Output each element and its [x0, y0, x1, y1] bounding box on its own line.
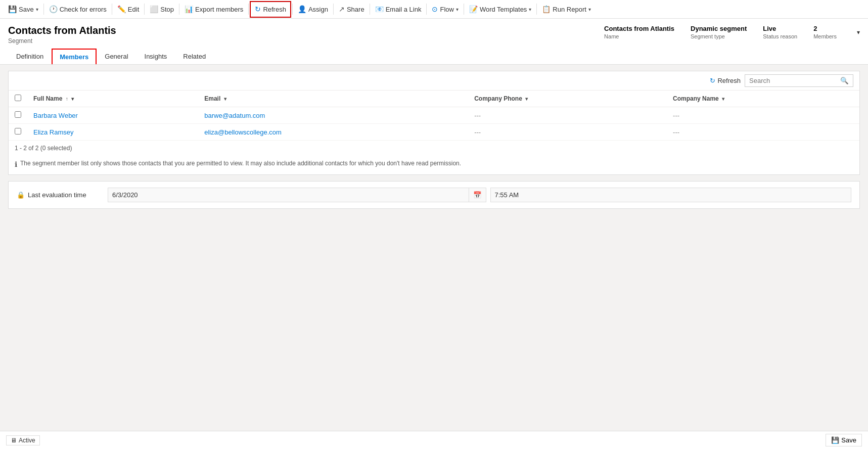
- row-checkbox-cell[interactable]: [9, 107, 27, 124]
- full-name-cell[interactable]: Eliza Ramsey: [27, 124, 198, 141]
- search-button[interactable]: 🔍: [836, 75, 853, 86]
- meta-segment-type: Dynamic segment Segment type: [691, 25, 747, 39]
- search-box: 🔍: [745, 74, 853, 87]
- edit-button[interactable]: ✏️ Edit: [113, 0, 143, 19]
- eval-row: 🔒 Last evaluation time 📅: [9, 182, 859, 208]
- refresh-icon: ↻: [255, 5, 261, 13]
- bottom-save-button[interactable]: 💾 Save: [826, 434, 862, 446]
- members-panel: ↻ Refresh 🔍 Full Name ↑: [8, 71, 860, 175]
- members-table: Full Name ↑ ▾ Email ▾ Company Phone ▾ Co…: [9, 91, 859, 141]
- tab-general[interactable]: General: [97, 49, 136, 64]
- records-info: 1 - 2 of 2 (0 selected): [9, 141, 859, 156]
- meta-name: Contacts from Atlantis Name: [604, 25, 674, 39]
- body-area: ↻ Refresh 🔍 Full Name ↑: [0, 65, 868, 431]
- email-cell[interactable]: barwe@adatum.com: [198, 107, 468, 124]
- col-company-phone[interactable]: Company Phone ▾: [468, 91, 667, 107]
- eval-date-input[interactable]: [108, 188, 469, 202]
- share-icon: ↗: [339, 5, 345, 13]
- export-members-button[interactable]: 📊 Export members: [180, 0, 247, 19]
- email-cell[interactable]: eliza@bellowscollege.com: [198, 124, 468, 141]
- save-dropdown-arrow[interactable]: ▾: [36, 7, 38, 12]
- check-errors-button[interactable]: 🕐 Check for errors: [45, 0, 111, 19]
- lock-icon: 🔒: [17, 191, 25, 199]
- tab-related[interactable]: Related: [175, 49, 214, 64]
- edit-icon: ✏️: [117, 5, 126, 13]
- word-templates-button[interactable]: 📝 Word Templates ▾: [465, 0, 535, 19]
- meta-name-value: Contacts from Atlantis: [604, 25, 674, 32]
- stop-button[interactable]: ⬜ Stop: [146, 0, 178, 19]
- panel-refresh-button[interactable]: ↻ Refresh: [706, 75, 745, 86]
- panel-toolbar: ↻ Refresh 🔍: [9, 71, 859, 91]
- stop-icon: ⬜: [150, 5, 158, 13]
- refresh-button[interactable]: ↻ Refresh: [250, 1, 291, 18]
- full-name-cell[interactable]: Barbara Weber: [27, 107, 198, 124]
- page-title: Contacts from Atlantis: [8, 25, 116, 36]
- export-icon: 📊: [185, 5, 193, 13]
- divider-6: [292, 4, 293, 15]
- sort-asc-icon: ↑: [66, 96, 68, 102]
- meta-members-label: Members: [813, 33, 837, 39]
- assign-icon: 👤: [298, 5, 306, 13]
- company-name-cell: ---: [667, 107, 859, 124]
- word-templates-dropdown-arrow[interactable]: ▾: [529, 7, 531, 12]
- eval-calendar-button[interactable]: 📅: [469, 188, 486, 202]
- eval-label: 🔒 Last evaluation time: [17, 191, 108, 199]
- info-note: ℹ The segment member list only shows tho…: [9, 156, 859, 174]
- meta-status-value: Live: [763, 25, 797, 32]
- word-templates-icon: 📝: [469, 5, 478, 13]
- email-link-button[interactable]: 📧 Email a Link: [371, 0, 426, 19]
- header-meta: Contacts from Atlantis Name Dynamic segm…: [604, 25, 860, 39]
- save-button[interactable]: 💾 Save ▾: [4, 0, 42, 19]
- select-all-checkbox[interactable]: [15, 95, 21, 101]
- run-report-icon: 📋: [542, 5, 551, 13]
- company-phone-sort-icon[interactable]: ▾: [525, 96, 528, 102]
- eval-time-input[interactable]: [490, 188, 852, 202]
- tab-definition[interactable]: Definition: [8, 49, 52, 64]
- page-subtitle: Segment: [8, 37, 116, 44]
- row-checkbox[interactable]: [15, 128, 21, 134]
- company-name-cell: ---: [667, 124, 859, 141]
- company-name-sort-icon[interactable]: ▾: [722, 96, 724, 102]
- assign-button[interactable]: 👤 Assign: [294, 0, 332, 19]
- divider-9: [426, 4, 427, 15]
- col-email[interactable]: Email ▾: [198, 91, 468, 107]
- save-icon: 💾: [8, 5, 17, 13]
- col-full-name[interactable]: Full Name ↑ ▾: [27, 91, 198, 107]
- main-content: Contacts from Atlantis Segment Contacts …: [0, 19, 868, 431]
- run-report-dropdown-arrow[interactable]: ▾: [588, 7, 591, 12]
- search-input[interactable]: [745, 75, 836, 86]
- company-phone-cell: ---: [468, 124, 667, 141]
- table-row: Barbara Weber barwe@adatum.com --- ---: [9, 107, 859, 124]
- tab-members[interactable]: Members: [52, 49, 97, 64]
- meta-status-label: Status reason: [763, 33, 797, 39]
- bottom-bar: 🖥 Active 💾 Save: [0, 431, 868, 449]
- divider-8: [370, 4, 370, 15]
- divider-7: [333, 4, 334, 15]
- row-checkbox-cell[interactable]: [9, 124, 27, 141]
- divider-10: [464, 4, 464, 15]
- run-report-button[interactable]: 📋 Run Report ▾: [538, 0, 595, 19]
- meta-members: 2 Members: [813, 25, 837, 39]
- monitor-icon: 🖥: [11, 437, 17, 444]
- status-label: Active: [19, 437, 35, 444]
- divider-5: [248, 4, 249, 15]
- divider-11: [536, 4, 537, 15]
- row-checkbox[interactable]: [15, 111, 21, 118]
- tab-insights[interactable]: Insights: [136, 49, 175, 64]
- page-title-section: Contacts from Atlantis Segment: [8, 25, 116, 44]
- meta-chevron-icon[interactable]: ▾: [857, 29, 860, 36]
- col-company-name[interactable]: Company Name ▾: [667, 91, 859, 107]
- email-sort-icon[interactable]: ▾: [224, 96, 226, 102]
- share-button[interactable]: ↗ Share: [335, 0, 369, 19]
- check-errors-icon: 🕐: [49, 5, 58, 13]
- meta-name-label: Name: [604, 33, 674, 39]
- divider-4: [179, 4, 179, 15]
- flow-dropdown-arrow[interactable]: ▾: [456, 7, 459, 12]
- sort-toggle-icon[interactable]: ▾: [71, 96, 74, 102]
- flow-button[interactable]: ⊙ Flow ▾: [428, 0, 462, 19]
- checkbox-col-header[interactable]: [9, 91, 27, 107]
- panel-refresh-icon: ↻: [710, 77, 715, 84]
- meta-status: Live Status reason: [763, 25, 797, 39]
- info-note-text: The segment member list only shows those…: [20, 160, 461, 167]
- page-header: Contacts from Atlantis Segment Contacts …: [0, 19, 868, 65]
